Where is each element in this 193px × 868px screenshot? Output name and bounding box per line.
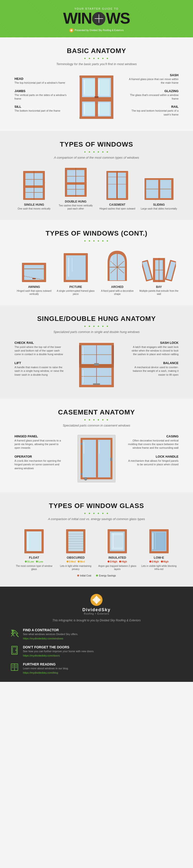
float-es-badge: Low [36,560,43,563]
footer-logo-area: DividedSky Roofing + Exteriors [10,594,183,615]
svg-rect-58 [32,278,36,279]
svg-rect-86 [79,345,81,364]
balance-block: BALANCE A mechanical device used to coun… [128,361,178,377]
svg-rect-102 [27,531,42,551]
window-type-arched: ARCHED A fixed panel with a decorative s… [98,250,137,296]
doors-desc: See how you can further improve your hom… [23,650,94,653]
sliding-svg [143,177,175,201]
svg-rect-15 [94,96,99,98]
term-sash-name: SASH [126,73,178,77]
double-hung-svg [64,166,88,198]
picture-svg [62,252,89,283]
float-cost-row: $ Low Low [15,560,54,563]
casement-svg [105,170,129,201]
lowe-ic-label: $ [152,560,153,563]
single-double-subtitle: Specialized parts common in single and d… [15,330,178,334]
window-type-single-hung: SINGLE HUNG One sash that moves vertical… [15,170,54,210]
awning-name: AWNING [15,285,54,289]
term-head-desc: The top horizontal part of a window's fr… [15,81,67,85]
term-head-name: HEAD [15,77,67,81]
lowe-es-level: High [163,560,169,563]
lowe-ic-level: High [154,560,159,563]
footer-section: DividedSky Roofing + Exteriors This info… [0,587,193,682]
lowe-desc: Lets in visible light while blocking inf… [139,564,179,571]
reading-link[interactable]: https://mydividedsky.com/blog [23,671,58,674]
term-sill-name: SILL [15,105,67,108]
single-hung-name: SINGLE HUNG [15,203,54,207]
anatomy-term-sash: SASH A framed glass piece that can move … [126,73,178,85]
window-types-cont-grid: AWNING Hinged sash that opens outward ve… [15,250,178,296]
svg-rect-55 [24,265,44,280]
window-type-picture: PICTURE A single uninterrupted framed gl… [56,252,95,296]
contractor-link[interactable]: https://mydividedsky.com/windows [23,637,63,640]
sliding-desc: Large sash that slides horizontally [139,207,179,210]
term-sill-desc: The bottom horizontal part of the frame [15,109,67,113]
obscured-ic-level: Med [71,560,76,563]
glass-types-grid: FLOAT $ Low Low The most common type of … [15,528,178,571]
contractor-desc: See what windows services Divided Sky of… [23,633,78,636]
single-double-title: SINGLE/DOUBLE HUNG ANATOMY [15,315,178,322]
legend-energy-savings: Energy Savings [96,574,116,577]
float-ic-label: $ [27,560,29,563]
insulated-es-dot [119,561,121,562]
glass-type-float: FLOAT $ Low Low The most common type of … [15,528,54,571]
title-part1: WIN [63,10,92,27]
insulated-es-badge: High [119,560,127,563]
casing-desc: Often decorative horizontal and vertical… [128,439,178,450]
casement-anatomy-svg [77,434,116,483]
header-presented: Presented by Divided Sky Roofing & Exter… [5,28,188,33]
arched-name: ARCHED [98,285,137,289]
check-rail-desc: The point where the top rail of the lowe… [15,345,65,356]
term-glazing-desc: The glass that's encased within a window… [126,93,178,101]
glass-type-obscured: OBSCURED $ Med Med Lets in light while m… [56,528,95,571]
header-title: WINWS [5,10,188,26]
lowe-ic-dot [149,561,151,562]
single-double-right-terms: SASH LOCK A latch that engages with the … [128,341,178,377]
types-of-windows-cont-section: TYPES OF WINDOWS (CONT.) • • • • • • AWN… [0,220,193,305]
glass-legend: Initial Cost Energy Savings [15,574,178,577]
reading-icon [10,662,19,672]
obscured-desc: Lets in light while maintaining privacy [56,564,95,571]
header: YOUR STARTER GUIDE TO WINWS Presented by… [0,0,193,37]
single-double-left-terms: CHECK RAIL The point where the top rail … [15,341,65,377]
casing-block: CASING Often decorative horizontal and v… [128,434,178,450]
term-jambs-desc: The vertical parts on the sides of a win… [15,93,67,101]
svg-rect-95 [81,443,83,445]
window-type-sliding: SLIDING Large sash that slides horizonta… [139,177,179,210]
insulated-desc: Argon gas trapped between 2 glass layers [98,564,137,571]
header-subtitle: YOUR STARTER GUIDE TO [5,7,188,10]
float-ic-badge: $ Low [25,560,34,563]
lowe-glass-svg [148,528,170,555]
doors-link[interactable]: https://mydividedsky.com/doors [23,654,60,657]
balance-name: BALANCE [128,361,178,365]
svg-rect-133 [11,664,15,671]
svg-rect-92 [83,440,96,477]
basic-anatomy-dots: • • • • • • [15,56,178,61]
svg-rect-8 [83,102,95,116]
types-windows-subtitle: A comparison of some of the most common … [15,156,178,159]
anatomy-container: HEAD The top horizontal part of a window… [15,73,178,121]
casing-name: CASING [128,434,178,438]
basic-anatomy-section: BASIC ANATOMY • • • • • • Terminology fo… [0,37,193,131]
svg-rect-120 [153,532,165,550]
term-jambs-name: JAMBS [15,89,67,93]
legend-es-label: Energy Savings [99,574,116,577]
insulated-ic-dot [108,561,110,562]
anatomy-term-head: HEAD The top horizontal part of a window… [15,77,67,85]
float-ic-level: Low [29,560,34,563]
awning-desc: Hinged sash that opens outward verticall… [15,289,54,296]
double-hung-desc: Two sashes that move vertically past eac… [56,204,95,210]
single-hung-svg [22,170,46,201]
lift-name: LIFT [15,361,65,365]
operator-block: OPERATOR A crank-like mechanism for open… [15,455,65,470]
float-glass-svg [23,528,45,555]
footer-logo-icon [90,594,103,606]
obscured-ic-dot [66,561,68,562]
anatomy-term-sill: SILL The bottom horizontal part of the f… [15,105,67,113]
bay-svg [142,257,176,283]
casement-desc: Hinged sashes that open outward [98,207,137,210]
insulated-es-level: High [121,560,127,563]
legend-initial-cost: Initial Cost [77,574,91,577]
obscured-glass-svg [65,528,87,555]
insulated-ic-badge: $ High [108,560,117,563]
